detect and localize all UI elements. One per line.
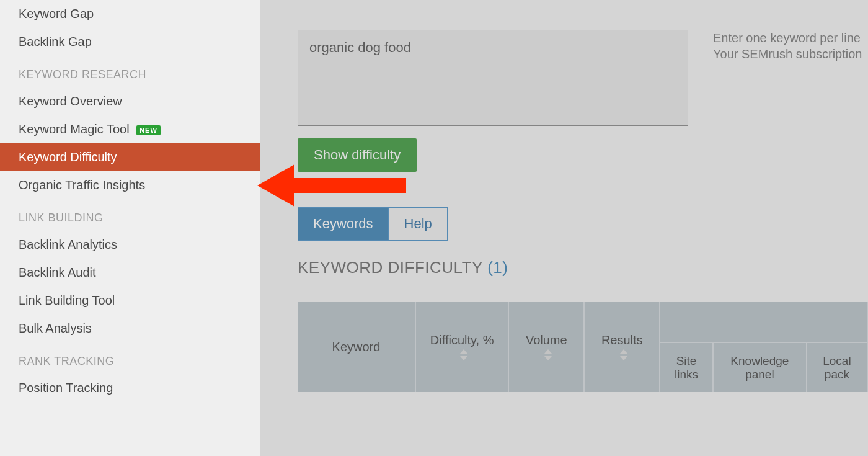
section-title-text: KEYWORD DIFFICULTY: [298, 258, 482, 277]
tab-help[interactable]: Help: [389, 207, 448, 241]
svg-marker-0: [460, 349, 467, 354]
new-badge: NEW: [136, 125, 161, 135]
divider: [298, 192, 868, 192]
hint-line-2: Your SEMrush subscription: [713, 46, 862, 62]
keyword-input[interactable]: [298, 30, 688, 126]
main-content: Enter one keyword per line Your SEMrush …: [260, 0, 868, 456]
results-table: Keyword Difficulty, % Volume Results: [298, 302, 868, 392]
svg-marker-3: [544, 356, 552, 360]
sidebar-item-organic-traffic-insights[interactable]: Organic Traffic Insights: [0, 171, 260, 199]
column-header-label: Results: [601, 333, 643, 347]
column-header-local-pack[interactable]: Local pack: [807, 342, 867, 392]
sidebar-item-label: Keyword Magic Tool: [19, 122, 130, 136]
sidebar-item-keyword-overview[interactable]: Keyword Overview: [0, 87, 260, 115]
tab-keywords[interactable]: Keywords: [298, 207, 389, 241]
section-title: KEYWORD DIFFICULTY (1): [298, 258, 868, 277]
sidebar-heading-keyword-research: KEYWORD RESEARCH: [0, 56, 260, 87]
sidebar-item-bulk-analysis[interactable]: Bulk Analysis: [0, 315, 260, 342]
sidebar-item-backlink-audit[interactable]: Backlink Audit: [0, 259, 260, 287]
section-count: (1): [487, 258, 508, 277]
sidebar-item-keyword-magic-tool[interactable]: Keyword Magic Tool NEW: [0, 115, 260, 143]
sidebar-heading-rank-tracking: RANK TRACKING: [0, 342, 260, 374]
sidebar-item-backlink-gap[interactable]: Backlink Gap: [0, 28, 260, 56]
sidebar-item-keyword-gap[interactable]: Keyword Gap: [0, 0, 260, 28]
column-header-serp-group: [660, 302, 867, 342]
sort-icon: [544, 349, 552, 360]
column-header-difficulty[interactable]: Difficulty, %: [415, 302, 508, 392]
sidebar-item-position-tracking[interactable]: Position Tracking: [0, 374, 260, 402]
tabs: Keywords Help: [298, 207, 868, 241]
sidebar-item-backlink-analytics[interactable]: Backlink Analytics: [0, 231, 260, 259]
show-difficulty-button[interactable]: Show difficulty: [298, 138, 417, 172]
column-header-keyword[interactable]: Keyword: [298, 302, 415, 392]
column-header-knowledge-panel[interactable]: Knowledge panel: [713, 342, 807, 392]
svg-marker-2: [544, 349, 552, 354]
hint-line-1: Enter one keyword per line: [713, 30, 862, 46]
sidebar-item-link-building-tool[interactable]: Link Building Tool: [0, 287, 260, 315]
column-header-label: Volume: [526, 333, 567, 347]
svg-marker-1: [460, 356, 467, 360]
sort-icon: [619, 349, 628, 360]
column-header-site-links[interactable]: Site links: [660, 342, 713, 392]
svg-marker-5: [620, 356, 627, 360]
svg-marker-4: [620, 349, 627, 354]
sort-icon: [459, 349, 468, 360]
column-header-volume[interactable]: Volume: [508, 302, 584, 392]
column-header-results[interactable]: Results: [584, 302, 660, 392]
column-header-label: Difficulty, %: [430, 333, 494, 347]
sidebar-item-keyword-difficulty[interactable]: Keyword Difficulty: [0, 143, 260, 171]
hint-text: Enter one keyword per line Your SEMrush …: [713, 30, 862, 62]
sidebar: Keyword Gap Backlink Gap KEYWORD RESEARC…: [0, 0, 260, 456]
sidebar-heading-link-building: LINK BUILDING: [0, 199, 260, 231]
